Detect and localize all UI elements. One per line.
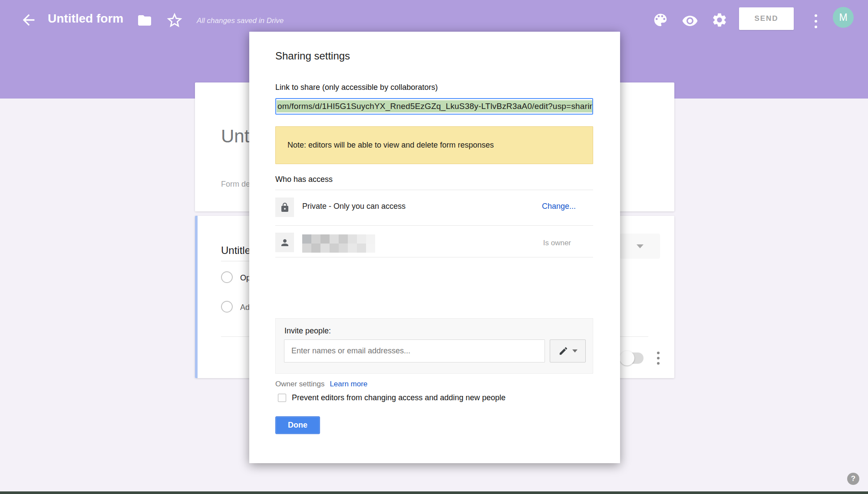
- permission-pencil-dropdown[interactable]: [550, 339, 586, 362]
- more-options-icon[interactable]: [811, 12, 821, 30]
- palette-icon[interactable]: [652, 12, 669, 28]
- sharing-settings-dialog: Sharing settings Link to share (only acc…: [249, 32, 620, 463]
- prevent-editors-label: Prevent editors from changing access and…: [292, 393, 505, 402]
- divider: [275, 225, 593, 226]
- form-title[interactable]: Untitled form: [48, 12, 123, 26]
- add-option-radio[interactable]: [221, 301, 233, 313]
- save-status-text: All changes saved in Drive: [197, 16, 284, 25]
- chevron-down-icon: [637, 244, 644, 248]
- option1-radio[interactable]: [221, 271, 233, 283]
- help-button[interactable]: ?: [847, 473, 859, 485]
- share-link-input[interactable]: om/forms/d/1HI5G1SuychYX_Rned5EzGZq_LkuS…: [275, 98, 593, 115]
- editors-note-banner: Note: editors will be able to view and d…: [275, 126, 593, 164]
- who-has-access-label: Who has access: [275, 175, 333, 184]
- preview-eye-icon[interactable]: [682, 13, 698, 29]
- divider: [275, 257, 593, 257]
- done-button[interactable]: Done: [275, 416, 320, 434]
- chevron-down-icon: [572, 349, 578, 352]
- person-icon: [275, 233, 294, 252]
- prevent-editors-checkbox[interactable]: [278, 394, 286, 402]
- settings-gear-icon[interactable]: [711, 12, 728, 28]
- pencil-icon: [558, 346, 568, 356]
- invite-people-input[interactable]: [284, 339, 545, 362]
- bottom-edge-strip: [0, 491, 868, 494]
- owner-settings-row: Owner settings Learn more: [275, 380, 367, 389]
- question-type-dropdown[interactable]: [620, 234, 660, 259]
- lock-icon: [275, 198, 294, 217]
- question-more-options-icon[interactable]: [655, 350, 661, 366]
- prevent-editors-row: Prevent editors from changing access and…: [278, 393, 505, 402]
- send-button[interactable]: SEND: [739, 7, 794, 30]
- dialog-title: Sharing settings: [275, 50, 350, 62]
- back-arrow-icon[interactable]: [20, 11, 37, 29]
- invite-people-label: Invite people:: [284, 326, 331, 336]
- required-toggle-knob[interactable]: [620, 351, 634, 366]
- share-link-selected-text: om/forms/d/1HI5G1SuychYX_Rned5EzGZq_LkuS…: [277, 100, 593, 112]
- folder-icon[interactable]: [137, 13, 152, 28]
- is-owner-badge: Is owner: [543, 239, 571, 247]
- change-access-link[interactable]: Change...: [542, 202, 576, 211]
- learn-more-link[interactable]: Learn more: [330, 380, 367, 389]
- link-to-share-label: Link to share (only accessible by collab…: [275, 83, 438, 92]
- divider: [275, 190, 593, 190]
- owner-settings-label: Owner settings: [275, 380, 324, 389]
- invite-people-section: Invite people:: [275, 318, 593, 374]
- private-access-label: Private - Only you can access: [302, 202, 406, 211]
- star-icon[interactable]: [165, 11, 184, 30]
- avatar[interactable]: M: [833, 7, 854, 28]
- redacted-owner-name: [302, 234, 375, 253]
- editors-note-text: Note: editors will be able to view and d…: [287, 141, 494, 150]
